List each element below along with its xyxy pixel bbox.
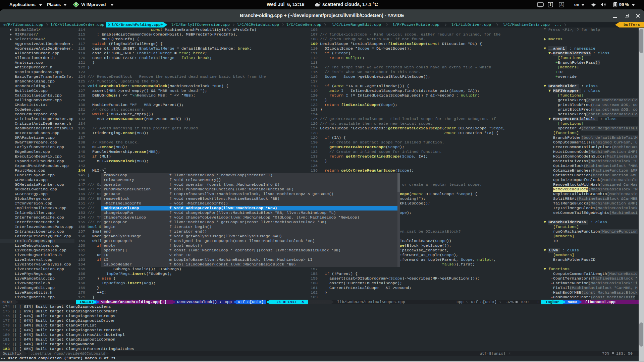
svg-text:1: 1 (549, 3, 551, 7)
svg-text:V: V (75, 3, 77, 6)
svg-text:A: A (560, 3, 562, 7)
